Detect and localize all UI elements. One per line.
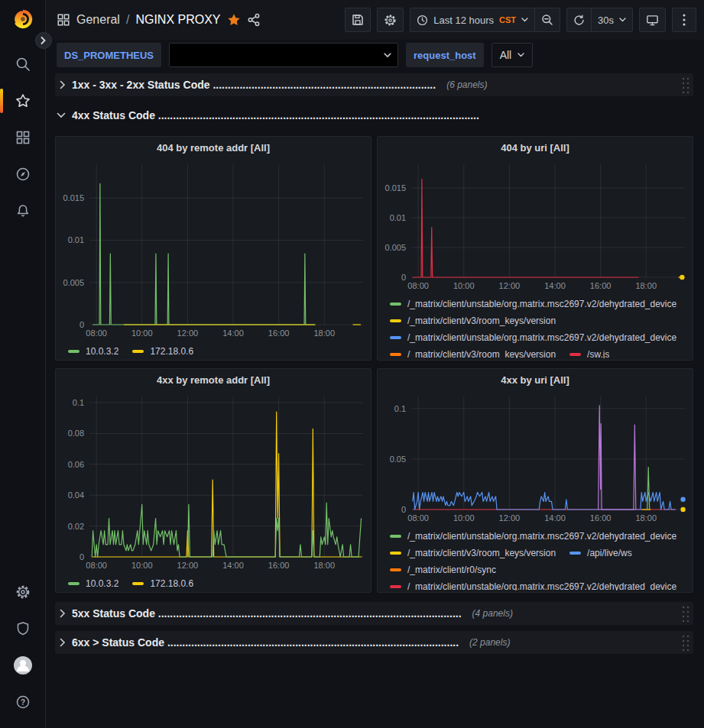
refresh-interval-dropdown[interactable]: 30s	[591, 8, 633, 32]
legend-item[interactable]: /_matrix/client/v3/room_keys/version	[390, 312, 556, 329]
legend-swatch	[569, 353, 581, 356]
sidebar-item-explore[interactable]	[6, 157, 40, 191]
svg-text:12:00: 12:00	[177, 561, 199, 570]
sidebar-item-help[interactable]: ?	[6, 685, 40, 719]
legend-label: /_matrix/client/unstable/org.matrix.msc2…	[407, 332, 676, 343]
row-panel-count: (2 panels)	[469, 637, 510, 648]
svg-text:12:00: 12:00	[177, 328, 199, 338]
panel-title[interactable]: 4xx by remote addr [All]	[157, 374, 270, 386]
svg-text:08:00: 08:00	[407, 513, 429, 523]
row-1xx-3xx-2xx[interactable]: 1xx - 3xx - 2xx Status Code ............…	[55, 73, 693, 96]
sidebar-item-search[interactable]	[6, 47, 40, 81]
chevron-down-icon	[384, 53, 391, 58]
legend-label: 172.18.0.6	[150, 578, 193, 589]
svg-text:0.08: 0.08	[68, 429, 85, 438]
variables-bar: DS_PROMETHEUS request_host All	[46, 40, 704, 70]
svg-text:08:00: 08:00	[86, 561, 107, 570]
panel-title[interactable]: 404 by remote addr [All]	[157, 142, 270, 154]
dashboard-settings-button[interactable]	[377, 8, 404, 32]
chevron-right-icon	[60, 638, 66, 647]
request-host-select[interactable]: All	[492, 43, 534, 67]
sidebar-item-configuration[interactable]	[6, 575, 40, 609]
legend-item[interactable]: /_matrix/client/unstable/org.matrix.msc2…	[390, 578, 676, 590]
row-panel-count: (4 panels)	[472, 608, 513, 619]
legend-item[interactable]: /api/live/ws	[569, 545, 632, 561]
svg-text:0.02: 0.02	[68, 522, 85, 531]
legend-swatch	[390, 336, 401, 339]
kiosk-mode-button[interactable]	[639, 8, 666, 32]
panel-title[interactable]: 404 by uri [All]	[501, 142, 569, 154]
sidebar: ?	[0, 0, 46, 728]
panel-title[interactable]: 4xx by uri [All]	[501, 374, 569, 386]
grafana-logo-icon[interactable]	[11, 8, 34, 31]
gear-icon	[15, 584, 31, 600]
sidebar-item-profile[interactable]	[6, 649, 40, 682]
panel-grid: 404 by remote addr [All] 08:0010:0012:00…	[55, 136, 693, 593]
zoom-out-button[interactable]	[534, 8, 560, 32]
compass-icon	[15, 167, 31, 182]
row-4xx[interactable]: 4xx Status Code ........................…	[55, 104, 693, 127]
row-5xx[interactable]: 5xx Status Code ........................…	[55, 602, 693, 625]
sidebar-item-dashboards[interactable]	[6, 121, 40, 154]
legend-swatch	[390, 303, 401, 306]
favorite-star-icon[interactable]	[227, 13, 241, 27]
star-outline-icon	[15, 93, 31, 108]
legend-label: /sw.js	[587, 349, 609, 358]
legend-label: /_matrix/client/v3/room_keys/version	[407, 349, 556, 358]
more-options-button[interactable]	[672, 8, 696, 32]
svg-text:18:00: 18:00	[313, 328, 335, 338]
panel-legend: 10.0.3.2172.18.0.6	[56, 572, 371, 592]
legend-item[interactable]: /_matrix/client/unstable/org.matrix.msc2…	[390, 329, 676, 346]
chevron-down-icon	[619, 18, 626, 22]
sidebar-item-alerting[interactable]	[6, 194, 40, 228]
legend-item[interactable]: /_matrix/client/v3/room_keys/version	[390, 346, 556, 358]
legend-swatch	[390, 568, 401, 571]
sidebar-expand-button[interactable]	[35, 32, 52, 49]
drag-handle-icon[interactable]	[681, 605, 690, 623]
row-title: 1xx - 3xx - 2xx Status Code ............…	[72, 79, 436, 91]
legend-item[interactable]: 172.18.0.6	[132, 575, 193, 592]
legend-label: /_matrix/client/v3/room_keys/version	[407, 548, 556, 558]
share-icon[interactable]	[247, 13, 261, 27]
refresh-button[interactable]	[566, 8, 591, 32]
legend-swatch	[390, 535, 401, 538]
sidebar-item-starred[interactable]	[6, 84, 40, 118]
sidebar-item-server-admin[interactable]	[6, 612, 40, 645]
refresh-interval-label: 30s	[598, 15, 614, 26]
svg-text:18:00: 18:00	[313, 561, 335, 570]
svg-text:0.04: 0.04	[68, 490, 85, 500]
legend-item[interactable]: 172.18.0.6	[132, 343, 193, 360]
time-range-picker[interactable]: Last 12 hours CST	[410, 8, 534, 32]
legend-label: /_matrix/client/unstable/org.matrix.msc2…	[407, 531, 676, 542]
panel-404-by-uri: 404 by uri [All] 08:0010:0012:0014:0016:…	[377, 136, 693, 361]
row-panel-count: (6 panels)	[446, 79, 487, 90]
row-6xx[interactable]: 6xx > Status Code ......................…	[55, 631, 693, 654]
svg-text:18:00: 18:00	[635, 281, 657, 290]
legend-item[interactable]: /_matrix/client/v3/room_keys/version	[390, 545, 556, 561]
panel-legend: /_matrix/client/unstable/org.matrix.msc2…	[378, 293, 693, 358]
legend-item[interactable]: /_matrix/client/unstable/org.matrix.msc2…	[390, 528, 676, 545]
row-title: 6xx > Status Code ......................…	[72, 636, 459, 649]
legend-item[interactable]: 10.0.3.2	[68, 343, 118, 360]
legend-item[interactable]: /_matrix/client/r0/sync	[390, 561, 496, 578]
svg-text:16:00: 16:00	[590, 513, 612, 523]
legend-item[interactable]: 10.0.3.2	[68, 575, 118, 592]
drag-handle-icon[interactable]	[681, 634, 690, 652]
legend-label: 10.0.3.2	[86, 346, 118, 357]
legend-swatch	[132, 350, 144, 353]
svg-text:16:00: 16:00	[590, 281, 612, 290]
legend-item[interactable]: /_matrix/client/unstable/org.matrix.msc2…	[390, 296, 676, 312]
svg-text:14:00: 14:00	[222, 328, 244, 338]
dashboard-header: General / NGINX PROXY Last 12 hours CST	[46, 0, 704, 40]
breadcrumb-section[interactable]: General	[76, 13, 120, 27]
legend-label: /_matrix/client/unstable/org.matrix.msc2…	[407, 299, 676, 309]
page-title[interactable]: NGINX PROXY	[135, 13, 220, 27]
drag-handle-icon[interactable]	[681, 76, 690, 95]
save-dashboard-button[interactable]	[345, 8, 371, 32]
legend-item[interactable]: /sw.js	[569, 346, 609, 358]
chevron-down-icon	[521, 18, 528, 22]
datasource-select[interactable]	[169, 43, 398, 67]
legend-swatch	[390, 585, 401, 588]
svg-text:?: ?	[20, 698, 24, 707]
svg-text:0.01: 0.01	[68, 235, 85, 244]
